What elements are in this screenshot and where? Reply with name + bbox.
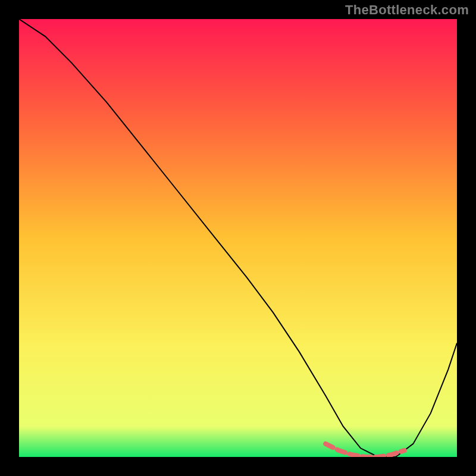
bottleneck-chart (19, 19, 457, 457)
gradient-background (19, 19, 457, 457)
chart-frame: TheBottleneck.com (0, 0, 476, 476)
watermark-text: TheBottleneck.com (345, 2, 469, 18)
chart-svg (19, 19, 457, 457)
